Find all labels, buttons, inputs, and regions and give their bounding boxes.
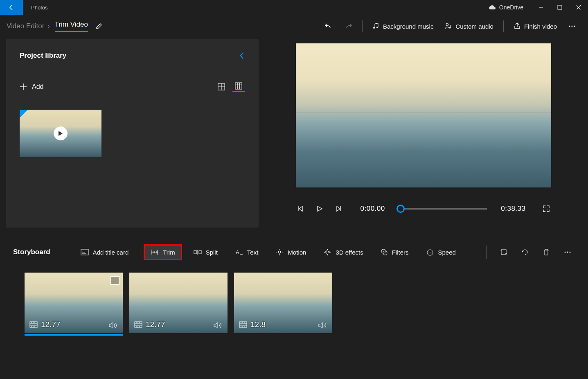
svg-rect-63 (135, 322, 142, 327)
film-icon (134, 321, 142, 328)
project-library-panel: Project library Add (6, 39, 259, 228)
finish-video-label: Finish video (524, 23, 557, 30)
svg-text:A: A (236, 249, 239, 255)
svg-point-6 (446, 23, 448, 26)
seek-knob[interactable] (397, 205, 405, 213)
collapse-library-button[interactable] (239, 52, 245, 59)
ellipsis-icon (568, 25, 576, 27)
svg-point-45 (383, 251, 387, 255)
export-icon (514, 23, 521, 30)
cloud-icon (489, 5, 496, 10)
minimize-button[interactable] (532, 0, 550, 15)
background-music-label: Background music (383, 23, 433, 30)
clip-volume-button[interactable] (109, 322, 118, 329)
arrow-left-icon (8, 4, 15, 11)
current-time: 0:00.00 (360, 205, 385, 213)
delete-button[interactable] (539, 245, 554, 259)
svg-line-24 (547, 210, 549, 212)
plus-icon (20, 83, 27, 90)
storyboard-clip[interactable]: 12.77 (129, 273, 228, 333)
trim-icon (151, 249, 159, 255)
back-button[interactable] (0, 0, 23, 15)
sparkle-icon (323, 248, 331, 256)
fullscreen-button[interactable] (541, 204, 551, 214)
motion-button[interactable]: Motion (270, 245, 312, 259)
svg-rect-35 (199, 250, 201, 254)
clip-select-box[interactable] (110, 276, 119, 285)
svg-rect-72 (239, 322, 247, 327)
library-item[interactable] (20, 110, 101, 157)
svg-rect-1 (558, 5, 562, 9)
storyboard-toolbar: Storyboard Add title card Trim Split A T… (0, 239, 588, 265)
breadcrumb-root[interactable]: Video Editor (7, 22, 44, 30)
edit-name-button[interactable] (95, 23, 103, 30)
svg-rect-54 (30, 322, 37, 327)
skip-back-icon (297, 205, 304, 212)
storyboard-clip[interactable]: 12.8 (234, 273, 332, 333)
svg-point-5 (376, 27, 378, 28)
svg-point-7 (449, 27, 451, 29)
next-frame-button[interactable] (333, 204, 343, 214)
storyboard-clip[interactable]: 12.77 (25, 273, 123, 333)
svg-rect-48 (501, 250, 506, 255)
maximize-button[interactable] (550, 0, 569, 15)
pencil-icon (95, 23, 103, 30)
undo-button[interactable] (319, 18, 338, 34)
onedrive-label: OneDrive (499, 4, 523, 11)
chevron-left-icon (239, 52, 245, 59)
custom-audio-button[interactable]: Custom audio (439, 18, 499, 34)
add-media-button[interactable]: Add (20, 83, 43, 90)
storyboard-title: Storyboard (13, 248, 50, 256)
grid-small-icon (235, 82, 242, 90)
storyboard-more-button[interactable] (560, 245, 575, 259)
trim-button[interactable]: Trim (144, 244, 182, 260)
play-overlay-icon (54, 126, 68, 140)
redo-icon (344, 22, 352, 30)
background-music-button[interactable]: Background music (367, 18, 439, 34)
grid-large-icon (218, 83, 225, 90)
resize-button[interactable] (496, 245, 511, 259)
view-large-button[interactable] (215, 82, 228, 92)
svg-point-51 (565, 252, 566, 253)
preview-area: 0:00.00 0:38.33 (259, 39, 588, 228)
text-button[interactable]: A Text (229, 246, 264, 259)
clip-duration: 12.77 (29, 320, 61, 329)
custom-audio-label: Custom audio (455, 23, 493, 30)
svg-point-52 (567, 252, 568, 253)
filters-button[interactable]: Filters (375, 245, 415, 259)
title-bar: Photos OneDrive (0, 0, 588, 15)
play-button[interactable] (315, 204, 324, 214)
more-button[interactable] (563, 18, 581, 34)
chevron-right-icon: › (47, 23, 50, 30)
film-icon (29, 321, 38, 328)
svg-line-23 (543, 206, 545, 208)
add-title-card-button[interactable]: Add title card (75, 246, 135, 259)
close-button[interactable] (569, 0, 588, 15)
fullscreen-icon (543, 205, 550, 212)
split-button[interactable]: Split (188, 246, 223, 259)
crop-icon (500, 248, 507, 256)
video-preview[interactable] (296, 43, 551, 187)
3d-effects-button[interactable]: 3D effects (318, 245, 369, 259)
prev-frame-button[interactable] (296, 204, 306, 214)
seek-bar[interactable] (399, 208, 487, 210)
video-corner-icon (20, 110, 28, 118)
svg-point-53 (570, 252, 571, 253)
breadcrumb-current[interactable]: Trim Video (55, 20, 88, 32)
app-title: Photos (31, 5, 47, 11)
clip-volume-button[interactable] (214, 322, 223, 329)
film-icon (239, 321, 247, 328)
clip-volume-button[interactable] (318, 322, 327, 329)
redo-button[interactable] (338, 18, 358, 34)
onedrive-indicator[interactable]: OneDrive (489, 4, 523, 11)
speed-button[interactable]: Speed (420, 245, 462, 259)
undo-icon (324, 22, 333, 30)
trash-icon (543, 248, 550, 256)
volume-icon (318, 322, 327, 329)
rotate-button[interactable] (518, 245, 532, 259)
play-icon (316, 205, 323, 212)
filters-icon (381, 248, 388, 256)
view-small-button[interactable] (232, 82, 245, 92)
person-music-icon (445, 23, 452, 30)
finish-video-button[interactable]: Finish video (508, 18, 563, 34)
